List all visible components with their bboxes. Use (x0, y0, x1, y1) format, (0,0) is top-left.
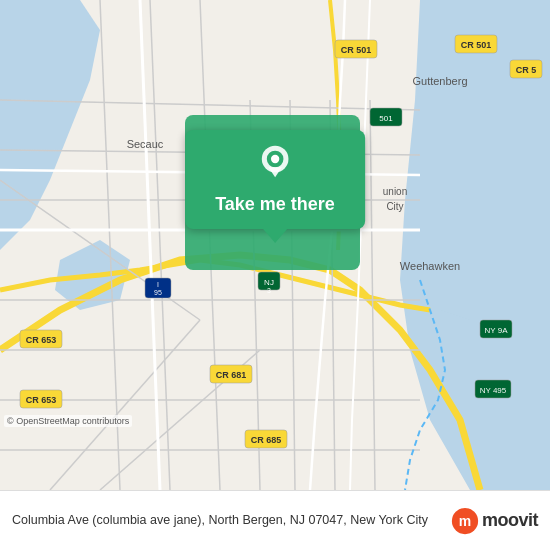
map-attribution: © OpenStreetMap contributors (4, 415, 132, 427)
svg-text:3: 3 (267, 287, 271, 294)
svg-text:CR 685: CR 685 (251, 435, 282, 445)
svg-text:CR 681: CR 681 (216, 370, 247, 380)
svg-text:CR 501: CR 501 (461, 40, 492, 50)
svg-text:NY 495: NY 495 (480, 386, 507, 395)
svg-text:NJ: NJ (264, 278, 274, 287)
location-pin-icon (255, 144, 295, 184)
svg-text:CR 653: CR 653 (26, 335, 57, 345)
svg-text:m: m (459, 513, 471, 529)
moovit-brand-text: moovit (482, 510, 538, 531)
attribution-text: © OpenStreetMap contributors (7, 416, 129, 426)
svg-text:NY 9A: NY 9A (485, 326, 509, 335)
take-me-there-button[interactable]: Take me there (185, 130, 365, 229)
svg-text:union: union (383, 186, 407, 197)
bottom-bar: Columbia Ave (columbia ave jane), North … (0, 490, 550, 550)
moovit-brand-icon: m (451, 507, 479, 535)
svg-text:Secauc: Secauc (127, 138, 164, 150)
svg-marker-60 (268, 167, 281, 177)
svg-text:Guttenberg: Guttenberg (412, 75, 467, 87)
svg-text:I: I (157, 281, 159, 288)
tooltip-overlay: Take me there (185, 130, 365, 229)
action-button-wrapper[interactable]: Take me there (185, 130, 365, 229)
svg-text:City: City (386, 201, 403, 212)
take-me-there-label: Take me there (215, 194, 335, 215)
svg-text:501: 501 (379, 114, 393, 123)
svg-text:Weehawken: Weehawken (400, 260, 460, 272)
svg-point-59 (271, 155, 279, 163)
map-area: CR 501 CR 653 CR 653 CR 681 CR 685 I 95 … (0, 0, 550, 490)
address-text: Columbia Ave (columbia ave jane), North … (12, 512, 443, 530)
moovit-logo: m moovit (451, 507, 538, 535)
svg-text:95: 95 (154, 289, 162, 296)
svg-text:CR 5: CR 5 (516, 65, 537, 75)
svg-text:CR 653: CR 653 (26, 395, 57, 405)
svg-text:CR 501: CR 501 (341, 45, 372, 55)
